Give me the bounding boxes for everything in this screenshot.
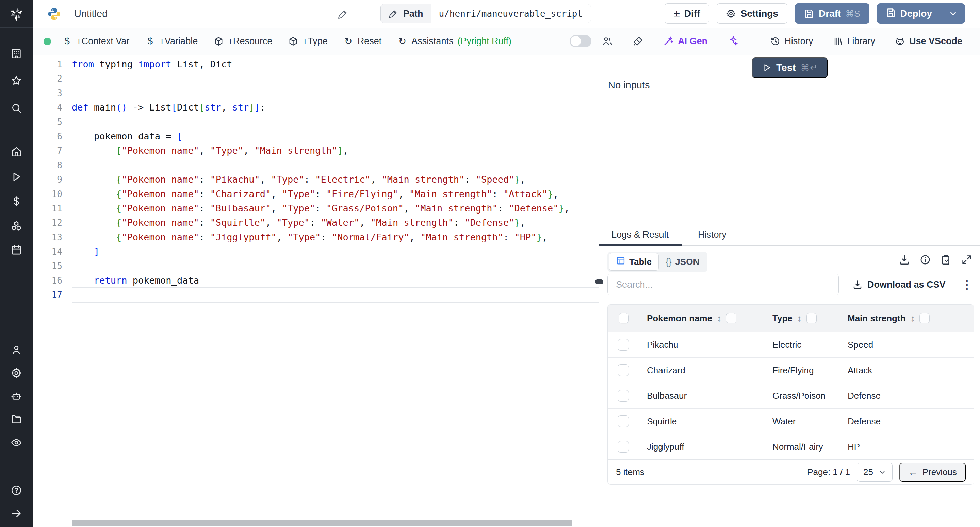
code-line[interactable]: {"Pokemon name": "Squirtle", "Type": "Wa… [72,216,599,230]
format-brush-icon[interactable] [632,35,644,47]
diff-button[interactable]: ± Diff [665,3,709,24]
code-line[interactable] [72,86,599,100]
assistants-button[interactable]: ↻ Assistants (Pyright Ruff) [397,36,511,47]
users-icon[interactable] [10,343,23,356]
table-search-input[interactable] [608,274,839,295]
row-checkbox[interactable] [617,441,629,452]
row-checkbox[interactable] [617,390,629,402]
add-variable-button[interactable]: $ +Variable [145,36,198,47]
sort-icon[interactable]: ↕ [717,313,721,324]
ai-gen-button[interactable]: AI Gen [663,36,708,47]
column-filter-toggle[interactable] [807,313,817,323]
assistants-label: Assistants [411,36,453,47]
code-line[interactable]: {"Pokemon name": "Bulbasaur", "Type": "G… [72,201,599,216]
add-type-button[interactable]: +Type [288,36,328,47]
code-line[interactable]: pokemon_data = [ [72,129,599,143]
code-line[interactable] [72,158,599,172]
code-line[interactable] [72,71,599,86]
code-line[interactable] [72,259,599,273]
row-checkbox[interactable] [617,339,629,351]
workers-robot-icon[interactable] [10,390,23,403]
download-icon [853,279,862,290]
code-editor[interactable]: 1234567891011121314151617 from typing im… [33,55,599,527]
edit-path-pencil-icon [388,8,398,19]
select-all-checkbox[interactable] [619,313,629,323]
sort-icon[interactable]: ↕ [797,313,802,324]
kebab-menu-icon[interactable]: ⋮ [961,279,973,290]
schedules-calendar-icon[interactable] [10,243,23,256]
audit-eye-icon[interactable] [10,436,23,449]
code-line[interactable] [72,287,599,302]
tab-logs-label: Logs & Result [611,230,669,240]
home-icon[interactable] [10,145,23,158]
code-line[interactable]: return pokemon_data [72,273,599,287]
test-run-button[interactable]: Test ⌘↵ [752,57,827,78]
line-number: 1 [33,57,72,71]
package-icon [213,36,224,46]
view-json-option[interactable]: {} JSON [659,253,706,271]
deploy-button[interactable]: Deploy [877,3,941,24]
favorites-star-icon[interactable] [10,74,23,87]
building-icon[interactable] [10,47,23,60]
row-checkbox[interactable] [617,416,629,427]
add-context-var-button[interactable]: $ +Context Var [62,36,129,47]
collab-toggle[interactable] [570,35,592,47]
code-line[interactable]: {"Pokemon name": "Charizard", "Type": "F… [72,187,599,201]
sort-icon[interactable]: ↕ [910,313,915,324]
table-cell: Bulbasaur [647,390,687,401]
view-table-label: Table [629,257,652,267]
add-resource-button[interactable]: +Resource [213,36,272,47]
view-table-option[interactable]: Table [609,253,659,271]
settings-gear-icon [726,8,736,19]
history-button[interactable]: History [770,36,813,47]
editor-code-area[interactable]: from typing import List, Dict def main()… [72,55,599,527]
expand-fullscreen-icon[interactable] [961,254,972,265]
table-header-row: Pokemon name ↕ Type ↕ Main strength ↕ [608,305,974,332]
code-line[interactable]: {"Pokemon name": "Jigglypuff", "Type": "… [72,230,599,244]
edit-summary-pencil-icon[interactable] [337,8,349,20]
previous-page-button[interactable]: ← Previous [899,463,966,482]
runs-play-icon[interactable] [10,170,23,183]
save-floppy-icon [804,8,814,19]
copy-clipboard-icon[interactable] [940,254,952,265]
tab-history[interactable]: History [688,224,737,245]
arrow-left-icon: ← [908,467,918,478]
info-icon[interactable] [920,254,931,265]
settings-gear-icon[interactable] [10,367,23,379]
editor-horizontal-scrollbar[interactable] [72,520,572,525]
row-checkbox[interactable] [617,365,629,376]
resources-cubes-icon[interactable] [10,220,23,233]
table-cell: Squirtle [647,416,677,427]
draft-button[interactable]: Draft ⌘S [795,3,869,24]
windmill-logo[interactable] [0,0,33,27]
download-icon[interactable] [899,254,910,265]
panel-resize-handle[interactable] [595,279,603,284]
path-field[interactable]: Path u/henri/maneuverable_script [380,4,591,23]
deploy-dropdown-button[interactable] [941,3,965,24]
page-size-select[interactable]: 25 [857,463,892,482]
code-line[interactable]: {"Pokemon name": "Pikachu", "Type": "Ele… [72,172,599,187]
code-line[interactable]: ["Pokemon name", "Type", "Main strength"… [72,143,599,158]
people-icon[interactable] [601,35,613,47]
table-body: PikachuElectricSpeedCharizardFire/Flying… [608,332,974,459]
code-line[interactable]: ] [72,244,599,259]
package-icon [288,36,298,46]
use-vscode-button[interactable]: Use VScode [895,36,962,47]
library-button[interactable]: Library [833,36,875,47]
download-csv-button[interactable]: Download as CSV [853,279,946,290]
folders-icon[interactable] [10,413,23,426]
search-icon[interactable] [10,102,23,114]
tab-logs-result[interactable]: Logs & Result [599,224,682,245]
column-filter-toggle[interactable] [726,313,737,323]
path-value[interactable]: u/henri/maneuverable_script [431,5,591,23]
sparkles-icon[interactable] [728,35,740,47]
settings-button[interactable]: Settings [717,3,787,24]
column-filter-toggle[interactable] [920,313,930,323]
code-line[interactable]: from typing import List, Dict [72,57,599,71]
variables-dollar-icon[interactable] [10,195,23,208]
code-line[interactable]: def main() -> List[Dict[str, str]]: [72,100,599,114]
collapse-arrow-icon[interactable] [10,507,23,520]
reset-button[interactable]: ↻ Reset [343,36,382,47]
code-line[interactable] [72,115,599,129]
help-icon[interactable] [10,484,23,497]
